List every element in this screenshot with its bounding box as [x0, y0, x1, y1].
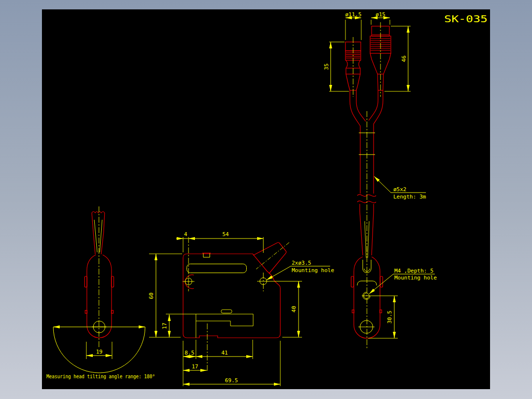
dim-text: 35	[323, 63, 330, 70]
m4-label-line1: M4 ,Depth: 5	[394, 268, 433, 274]
dim-text: 17	[191, 363, 198, 370]
drawing-title: SK-035	[444, 13, 488, 24]
dim-text: 4	[184, 231, 188, 238]
cable-label-line2: Length: 3m	[393, 194, 426, 200]
m4-label-line2: Mounting hole	[394, 275, 437, 281]
dim-text: ø15	[376, 11, 385, 18]
tilt-range-note: Measuring head tilting angle range: 180°	[46, 373, 155, 380]
dim-text: 41	[221, 350, 228, 356]
dim-text: 8.5	[185, 350, 194, 356]
dim-text: 40	[291, 306, 297, 312]
dim-text: 60	[148, 292, 154, 299]
dim-text: ø11.5	[345, 11, 361, 18]
dim-text: 17	[161, 322, 168, 329]
dim-text: 69.5	[225, 377, 238, 384]
dim-text: 19	[96, 349, 102, 355]
cad-viewport: SK-035	[0, 0, 532, 399]
viewer-frame: SK-035	[0, 0, 532, 399]
cable-label-line1: ø5x2	[393, 186, 407, 193]
mount-label-line1: 2xø3.5	[292, 260, 311, 266]
dim-text: 30.5	[386, 311, 393, 324]
dim-text: 54	[222, 231, 229, 238]
mount-label-line2: Mounting hole	[292, 267, 334, 274]
dim-text: 46	[401, 55, 407, 62]
